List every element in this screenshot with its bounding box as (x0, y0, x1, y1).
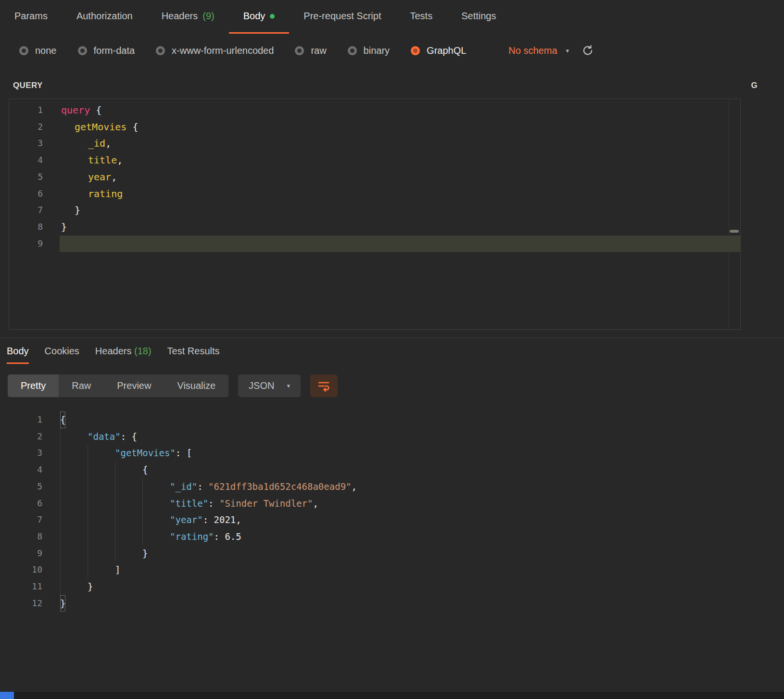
response-tab-body-label: Body (7, 346, 29, 356)
response-section: Body Cookies Headers (18) Test Results P… (0, 337, 784, 612)
radio-icon (348, 46, 357, 55)
tab-authorization[interactable]: Authorization (62, 0, 147, 34)
tab-body[interactable]: Body (229, 0, 290, 34)
headers-count-badge: (9) (202, 11, 214, 22)
view-mode-preview-label: Preview (117, 380, 151, 391)
view-mode-preview[interactable]: Preview (104, 374, 164, 397)
view-mode-pretty[interactable]: Pretty (8, 374, 59, 397)
code-line: 6rating (9, 186, 740, 202)
tab-authorization-label: Authorization (76, 11, 133, 22)
response-tab-headers[interactable]: Headers (18) (95, 346, 152, 364)
view-mode-pretty-label: Pretty (21, 380, 46, 391)
code-line: 9 (9, 236, 740, 252)
line-number: 12 (0, 595, 42, 612)
chevron-down-icon: ▾ (566, 47, 569, 54)
radio-icon (78, 46, 87, 55)
code-line: 10] (0, 562, 784, 578)
line-number: 11 (0, 578, 42, 595)
body-type-form-data-label: form-data (94, 45, 135, 56)
line-number: 1 (9, 102, 43, 119)
body-type-binary-label: binary (364, 45, 390, 56)
query-heading: QUERY (13, 81, 43, 90)
radio-icon (19, 46, 28, 55)
line-number: 5 (0, 478, 42, 495)
body-type-none[interactable]: none (19, 45, 57, 56)
wrap-lines-button[interactable] (310, 374, 338, 397)
code-line: 7"year": 2021, (0, 512, 784, 528)
scrollbar-track (729, 99, 729, 329)
response-code-lines: 1{2"data": {3"getMovies": [4{5"_id": "62… (0, 412, 784, 612)
code-line: 2getMovies { (9, 119, 740, 136)
body-type-row: none form-data x-www-form-urlencoded raw… (0, 34, 784, 67)
graphql-variables-heading-partial: G (751, 81, 758, 90)
code-line: 3"getMovies": [ (0, 445, 784, 462)
response-view-toolbar: Pretty Raw Preview Visualize JSON ▾ (8, 374, 784, 397)
radio-icon (156, 46, 165, 55)
code-line: 4title, (9, 152, 740, 169)
query-code-lines: 1query {2getMovies {3_id,4title,5year,6r… (9, 102, 740, 252)
bottom-scroll-strip[interactable] (0, 692, 784, 699)
tab-pre-request-script-label: Pre-request Script (303, 11, 381, 22)
tab-headers[interactable]: Headers (9) (147, 0, 229, 34)
response-tab-test-results[interactable]: Test Results (167, 346, 220, 364)
tab-headers-label: Headers (162, 11, 198, 22)
response-tab-test-results-label: Test Results (167, 346, 220, 356)
radio-selected-icon (411, 46, 420, 55)
line-number: 6 (9, 186, 43, 202)
code-line: 11} (0, 578, 784, 595)
line-number: 2 (9, 119, 43, 136)
view-mode-raw-label: Raw (72, 380, 91, 391)
tab-pre-request-script[interactable]: Pre-request Script (289, 0, 395, 34)
body-type-binary[interactable]: binary (348, 45, 390, 56)
line-number: 9 (0, 545, 42, 562)
code-line: 9} (0, 545, 784, 562)
radio-icon (295, 46, 304, 55)
line-number: 2 (0, 428, 42, 445)
line-number: 3 (9, 135, 43, 152)
line-number: 8 (0, 528, 42, 545)
code-line: 8} (9, 219, 740, 236)
line-number: 10 (0, 562, 42, 578)
line-number: 4 (9, 152, 43, 169)
tab-params[interactable]: Params (0, 0, 62, 34)
schema-selector[interactable]: No schema ▾ (508, 45, 569, 56)
tab-settings[interactable]: Settings (447, 0, 510, 34)
tab-tests[interactable]: Tests (395, 0, 447, 34)
code-line: 5"_id": "621dff3ba1d652c468a0ead9", (0, 478, 784, 495)
view-mode-visualize[interactable]: Visualize (164, 374, 228, 397)
body-type-form-data[interactable]: form-data (78, 45, 135, 56)
code-line: 1query { (9, 102, 740, 119)
body-type-none-label: none (35, 45, 57, 56)
line-number: 9 (9, 236, 43, 252)
view-mode-visualize-label: Visualize (177, 380, 215, 391)
tab-settings-label: Settings (461, 11, 496, 22)
refresh-schema-button[interactable] (582, 44, 594, 57)
body-type-urlencoded[interactable]: x-www-form-urlencoded (156, 45, 274, 56)
scroll-thumb-blue[interactable] (0, 692, 14, 699)
response-tab-cookies-label: Cookies (45, 346, 79, 356)
scrollbar-marker[interactable] (730, 230, 739, 233)
body-type-graphql-label: GraphQL (427, 45, 466, 56)
code-line: 7} (9, 202, 740, 219)
response-headers-count-badge: (18) (134, 346, 152, 356)
code-line: 6"title": "Sinder Twindler", (0, 495, 784, 512)
line-number: 8 (9, 219, 43, 236)
line-number: 3 (0, 445, 42, 462)
line-number: 7 (9, 202, 43, 219)
body-type-graphql[interactable]: GraphQL (411, 45, 466, 56)
response-tabbar: Body Cookies Headers (18) Test Results (0, 338, 784, 364)
view-mode-raw[interactable]: Raw (59, 374, 104, 397)
response-format-dropdown[interactable]: JSON ▾ (238, 374, 301, 397)
response-body-viewer[interactable]: 1{2"data": {3"getMovies": [4{5"_id": "62… (0, 412, 784, 612)
view-mode-segmented-control: Pretty Raw Preview Visualize (8, 374, 228, 397)
response-tab-headers-label: Headers (95, 346, 132, 356)
body-type-raw[interactable]: raw (295, 45, 326, 56)
graphql-query-editor[interactable]: 1query {2getMovies {3_id,4title,5year,6r… (9, 99, 741, 330)
tab-tests-label: Tests (410, 11, 432, 22)
response-tab-body[interactable]: Body (7, 346, 29, 364)
response-tab-cookies[interactable]: Cookies (45, 346, 79, 364)
code-line: 1{ (0, 412, 784, 428)
code-line: 5year, (9, 169, 740, 186)
code-line: 3_id, (9, 135, 740, 152)
line-number: 1 (0, 412, 42, 428)
